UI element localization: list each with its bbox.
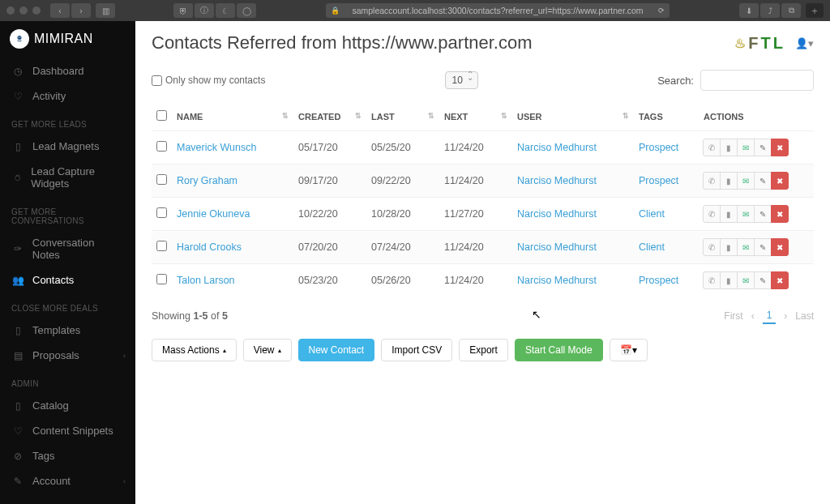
table-row: Maverick Wunsch 05/17/20 05/25/20 11/24/… (152, 131, 814, 164)
phone-button[interactable]: ✆ (703, 172, 721, 190)
phone-button[interactable]: ✆ (703, 271, 721, 289)
email-button[interactable]: ✉ (737, 205, 755, 223)
mass-actions-button[interactable]: Mass Actions (152, 339, 237, 361)
column-header-created[interactable]: CREATED (293, 102, 366, 131)
edit-button[interactable]: ✎ (754, 271, 772, 289)
phone-button[interactable]: ✆ (703, 238, 721, 256)
select-all-checkbox[interactable] (156, 110, 167, 121)
last-date: 09/22/20 (366, 164, 439, 198)
row-checkbox[interactable] (156, 241, 167, 251)
contact-name-link[interactable]: Jennie Okuneva (177, 208, 250, 220)
page-size-select[interactable]: 10 (445, 71, 478, 89)
user-link[interactable]: Narciso Medhurst (517, 208, 597, 220)
reader-icon[interactable]: ☾ (216, 3, 235, 18)
column-header-name[interactable]: NAME (172, 102, 293, 131)
edit-button[interactable]: ✎ (754, 172, 772, 190)
sidebar-item-content-snippets[interactable]: ♡ Content Snippets (0, 418, 135, 443)
tag-link[interactable]: Prospect (639, 275, 678, 286)
download-icon[interactable]: ⬇ (739, 3, 759, 18)
user-menu[interactable]: 👤▾ (795, 37, 814, 49)
view-button[interactable]: View (243, 339, 292, 361)
delete-button[interactable]: ✖ (771, 139, 789, 156)
sidebar-item-dashboard[interactable]: ◷ Dashboard (0, 58, 135, 83)
back-button[interactable]: ‹ (50, 3, 70, 18)
row-checkbox[interactable] (156, 141, 167, 152)
shield-icon[interactable]: ⛨ (173, 3, 193, 18)
delete-button[interactable]: ✖ (771, 238, 789, 256)
sidebar-item-account[interactable]: ✎ Account ‹ (0, 468, 135, 493)
contact-name-link[interactable]: Talon Larson (177, 275, 235, 286)
import-csv-button[interactable]: Import CSV (381, 339, 452, 361)
row-checkbox[interactable] (156, 274, 167, 284)
delete-button[interactable]: ✖ (771, 271, 789, 289)
sidebar-item-lead-capture[interactable]: ⍥ Lead Capture Widgets (0, 159, 135, 196)
calendar-button[interactable]: 📅▾ (610, 339, 648, 361)
page-current[interactable]: 1 (763, 308, 777, 324)
mobile-button[interactable]: ▮ (720, 271, 738, 289)
export-button[interactable]: Export (459, 339, 508, 361)
edit-button[interactable]: ✎ (754, 238, 772, 256)
sidebar-item-proposals[interactable]: ▤ Proposals ‹ (0, 343, 135, 368)
tabs-icon[interactable]: ⧉ (781, 3, 801, 18)
email-button[interactable]: ✉ (737, 238, 755, 256)
user-link[interactable]: Narciso Medhurst (517, 275, 597, 286)
sidebar-item-catalog[interactable]: ▯ Catalog (0, 393, 135, 418)
new-tab-button[interactable]: + (806, 3, 824, 18)
logo[interactable]: MIMIRAN (0, 29, 135, 58)
phone-button[interactable]: ✆ (703, 205, 721, 223)
edit-button[interactable]: ✎ (754, 139, 772, 156)
forward-button[interactable]: › (71, 3, 91, 18)
extensions-icon[interactable]: ◯ (237, 3, 256, 18)
mobile-button[interactable]: ▮ (720, 205, 738, 223)
contact-name-link[interactable]: Harold Crooks (177, 241, 242, 253)
page-next[interactable]: › (784, 310, 787, 322)
minimize-window-icon[interactable] (19, 6, 28, 15)
user-link[interactable]: Narciso Medhurst (517, 142, 597, 153)
email-button[interactable]: ✉ (737, 139, 755, 156)
maximize-window-icon[interactable] (32, 6, 41, 15)
sidebar-item-activity[interactable]: ♡ Activity (0, 83, 135, 109)
url-bar[interactable]: 🔒 sampleaccount.localhost:3000/contacts?… (326, 3, 670, 18)
user-link[interactable]: Narciso Medhurst (517, 241, 597, 253)
page-last[interactable]: Last (795, 310, 814, 322)
share-icon[interactable]: ⤴ (760, 3, 780, 18)
sidebar-item-lead-magnets[interactable]: ▯ Lead Magnets (0, 134, 135, 159)
tag-link[interactable]: Prospect (639, 142, 678, 153)
refresh-icon[interactable]: ⟳ (658, 6, 665, 15)
new-contact-button[interactable]: New Contact (298, 339, 375, 361)
tag-link[interactable]: Client (639, 241, 665, 253)
mobile-button[interactable]: ▮ (720, 139, 738, 156)
mobile-button[interactable]: ▮ (720, 172, 738, 190)
start-call-mode-button[interactable]: Start Call Mode (515, 339, 603, 361)
column-header-next[interactable]: NEXT (439, 102, 512, 131)
row-checkbox[interactable] (156, 207, 167, 218)
close-window-icon[interactable] (6, 6, 15, 15)
edit-button[interactable]: ✎ (754, 205, 772, 223)
user-link[interactable]: Narciso Medhurst (517, 175, 597, 186)
mobile-button[interactable]: ▮ (720, 238, 738, 256)
sidebar-item-tags[interactable]: ⊘ Tags (0, 443, 135, 468)
close-icon: ✖ (777, 143, 783, 152)
tag-link[interactable]: Prospect (639, 175, 678, 186)
sidebar-item-conversation-notes[interactable]: ✑ Conversation Notes (0, 230, 135, 267)
search-input[interactable] (700, 70, 814, 91)
sidebar-toggle[interactable]: ▥ (96, 3, 115, 18)
column-header-user[interactable]: USER (512, 102, 634, 131)
page-first[interactable]: First (724, 310, 742, 322)
page-prev[interactable]: ‹ (751, 310, 755, 322)
email-button[interactable]: ✉ (737, 271, 755, 289)
contact-name-link[interactable]: Maverick Wunsch (177, 142, 256, 153)
contact-name-link[interactable]: Rory Graham (177, 175, 237, 186)
column-header-last[interactable]: LAST (366, 102, 439, 131)
phone-button[interactable]: ✆ (703, 139, 721, 156)
only-my-contacts-toggle[interactable]: Only show my contacts (152, 75, 265, 86)
info-icon[interactable]: ⓘ (195, 3, 214, 18)
sidebar-item-contacts[interactable]: 👥 Contacts (0, 267, 135, 293)
tag-link[interactable]: Client (639, 208, 665, 220)
row-checkbox[interactable] (156, 174, 167, 185)
email-button[interactable]: ✉ (737, 172, 755, 190)
delete-button[interactable]: ✖ (771, 172, 789, 190)
delete-button[interactable]: ✖ (771, 205, 789, 223)
sidebar-item-templates[interactable]: ▯ Templates (0, 318, 135, 343)
only-my-contacts-checkbox[interactable] (152, 75, 162, 86)
